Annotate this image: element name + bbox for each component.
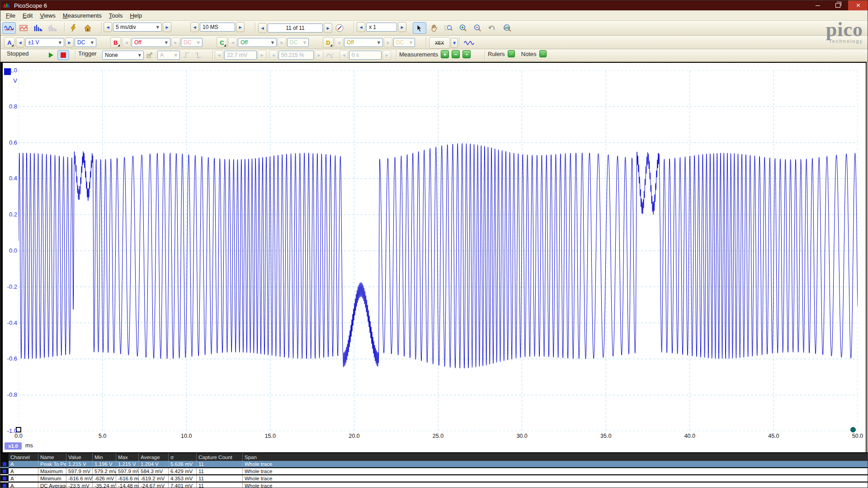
samples-input[interactable]: 10 MS xyxy=(200,23,235,32)
buffer-previous-button[interactable]: ◀ xyxy=(258,23,267,33)
normal-selection-tool-button[interactable] xyxy=(413,22,426,34)
menu-views[interactable]: Views xyxy=(36,11,59,20)
table-cell: Whole trace xyxy=(243,468,868,474)
measurements-table: ChannelNameValueMinMaxAverageσCapture Co… xyxy=(0,452,868,488)
zoom-factor-decrease-button[interactable]: ◀ xyxy=(357,22,365,32)
menu-edit[interactable]: Edit xyxy=(19,11,36,20)
auto-setup-button[interactable] xyxy=(66,22,80,34)
table-cell: 6.429 mV xyxy=(169,468,197,474)
zoom-in-button[interactable] xyxy=(456,22,470,34)
close-button[interactable]: ✕ xyxy=(848,0,868,10)
samples-decrease-button[interactable]: ◀ xyxy=(190,22,199,32)
scope-view[interactable]: V x1.0 ms 1.00.80.60.40.20.0-0.2-0.4-0.6… xyxy=(0,62,867,452)
table-header-cell[interactable]: Span xyxy=(243,453,868,461)
table-cell: Minimum xyxy=(38,475,66,482)
table-cell: 1.196 V xyxy=(93,461,116,467)
hand-pan-tool-button[interactable] xyxy=(427,22,441,34)
channel-range-increase-button[interactable]: ▶ xyxy=(384,38,392,47)
add-measurement-button[interactable]: + xyxy=(441,50,449,58)
title-bar: PicoScope 6 ✕ xyxy=(0,0,868,10)
table-header-cell[interactable]: Value xyxy=(66,453,93,461)
notes-label: Notes xyxy=(521,51,537,57)
samples-increase-button[interactable]: ▶ xyxy=(236,22,245,32)
channel-options-button[interactable]: A xyxy=(4,37,15,48)
table-header-cell[interactable]: Average xyxy=(139,453,169,461)
table-header-cell[interactable]: σ xyxy=(169,453,197,461)
timebase-increase-button[interactable]: ▶ xyxy=(163,22,171,32)
table-cell: 1.215 V xyxy=(66,461,93,467)
x-axis-label: 35.0 xyxy=(595,433,616,439)
menu-tools[interactable]: Tools xyxy=(105,11,126,20)
channel-options-button[interactable]: D xyxy=(323,37,334,48)
channel-range-increase-button[interactable]: ▶ xyxy=(65,38,74,47)
remove-measurement-button[interactable]: − xyxy=(452,50,460,58)
channel-range-increase-button[interactable]: ▶ xyxy=(278,38,286,47)
channel-range-decrease-button[interactable]: ◀ xyxy=(335,38,343,47)
persistence-view-button[interactable] xyxy=(17,22,30,34)
table-header-cell[interactable]: Name xyxy=(38,453,66,461)
start-capture-button[interactable] xyxy=(46,50,57,60)
scope-view-button[interactable] xyxy=(2,22,16,34)
channel-coupling-select[interactable]: DC▼ xyxy=(75,38,96,47)
timebase-decrease-button[interactable]: ◀ xyxy=(104,22,112,32)
undo-zoom-button[interactable] xyxy=(485,22,499,34)
stop-capture-button[interactable] xyxy=(57,50,69,60)
marquee-zoom-tool-button[interactable] xyxy=(442,22,455,34)
channel-range-decrease-button[interactable]: ◀ xyxy=(16,38,24,47)
trigger-mode-select[interactable]: None▼ xyxy=(102,51,144,60)
table-header-cell[interactable]: Max xyxy=(116,453,139,461)
channel-options-button[interactable]: C xyxy=(217,37,227,48)
zoom-out-button[interactable] xyxy=(471,22,484,34)
channel-range-select[interactable]: ±1 V▼ xyxy=(25,38,64,47)
table-row[interactable]: AMinimum-616.6 mV-626 mV-616.6 mV-619.2 … xyxy=(0,475,868,483)
edit-measurement-button[interactable] xyxy=(462,50,471,58)
menu-file[interactable]: File xyxy=(2,11,19,20)
table-row[interactable]: AMaximum597.9 mV579.2 mV597.9 mV584.3 mV… xyxy=(0,468,868,475)
channel-options-button[interactable]: B xyxy=(110,37,121,48)
y-axis-label: -0.6 xyxy=(3,355,17,362)
timebase-select[interactable]: 5 ms/div▼ xyxy=(113,23,162,32)
restore-button[interactable] xyxy=(828,0,848,10)
rulers-button[interactable] xyxy=(508,50,515,57)
channel-range-select[interactable]: Off▼ xyxy=(238,38,277,47)
channel-range-select[interactable]: Off▼ xyxy=(132,38,170,47)
table-cell: Whole trace xyxy=(243,475,868,482)
channel-range-decrease-button[interactable]: ◀ xyxy=(228,38,237,47)
x-axis-label: 40.0 xyxy=(679,433,700,439)
channel-a-group: A ◀ ±1 V▼ ▶ DC▼ xyxy=(4,37,96,48)
zoom-full-button[interactable]: 100 xyxy=(500,22,515,34)
table-cell: -616.6 mV xyxy=(116,475,139,482)
home-settings-button[interactable] xyxy=(81,22,94,34)
buffer-navigator-icon[interactable] xyxy=(333,22,346,34)
buffer-end-marker[interactable] xyxy=(850,427,856,432)
probes-button[interactable]: XEX xyxy=(429,37,450,49)
menu-help[interactable]: Help xyxy=(126,11,146,20)
y-axis-label: 0.6 xyxy=(3,139,17,146)
minimize-button[interactable] xyxy=(807,0,828,10)
signal-generator-button[interactable] xyxy=(462,37,477,49)
channel-range-increase-button[interactable]: ▶ xyxy=(171,38,180,47)
waveform-plot[interactable] xyxy=(19,70,858,431)
notes-button[interactable] xyxy=(539,50,547,57)
measurements-label: Measurements xyxy=(399,51,438,58)
table-cell: -14.48 mV xyxy=(116,483,139,488)
x-axis-unit: ms xyxy=(25,442,33,449)
falling-edge-button xyxy=(193,50,203,60)
buffer-next-button[interactable]: ▶ xyxy=(324,23,332,33)
channel-range-select[interactable]: Off▼ xyxy=(344,38,383,47)
delay-input: 0 s xyxy=(349,51,382,60)
spectrum-view-button[interactable] xyxy=(31,22,45,34)
table-row[interactable]: APeak To Peak1.215 V1.196 V1.215 V1.204 … xyxy=(0,461,868,468)
channel-range-decrease-button[interactable]: ◀ xyxy=(122,38,131,47)
table-header-cell[interactable]: Min xyxy=(93,453,116,461)
table-row[interactable]: ADC Average-23.5 mV-35.24 mV-14.48 mV-24… xyxy=(0,483,868,488)
zoom-factor-input[interactable]: x 1 xyxy=(366,23,397,32)
zoom-factor-increase-button[interactable]: ▶ xyxy=(398,22,406,32)
menu-measurements[interactable]: Measurements xyxy=(59,11,105,20)
pretrigger-input: 50.215 % xyxy=(278,51,314,60)
trigger-level-input: 22.7 mV xyxy=(224,51,257,60)
table-header-cell[interactable]: Channel xyxy=(9,453,38,461)
table-header-cell[interactable]: Capture Count xyxy=(197,453,243,461)
buffer-position-input[interactable]: 11 of 11 xyxy=(268,23,323,33)
probes-dropdown-button[interactable]: ▼ xyxy=(451,38,458,48)
